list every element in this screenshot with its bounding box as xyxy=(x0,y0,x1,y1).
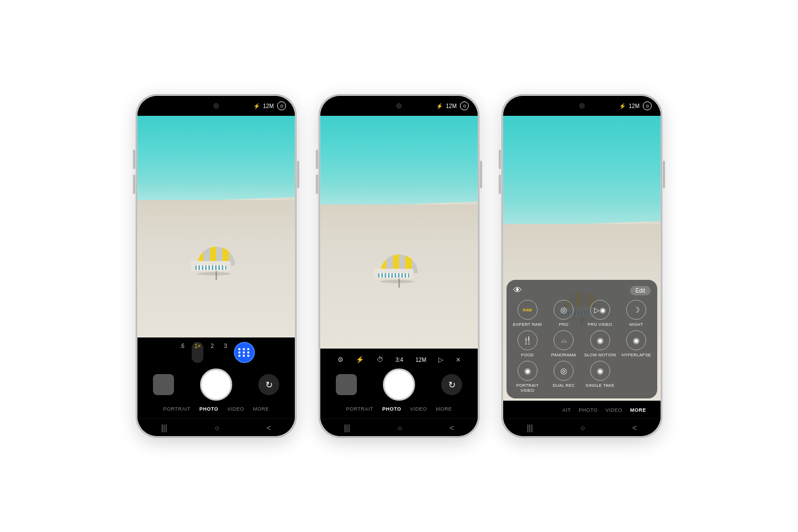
recents-button-3[interactable]: ||| xyxy=(527,423,533,432)
tab-portrait[interactable]: PORTRAIT xyxy=(163,406,190,412)
more-item-expert-raw[interactable]: RAW EXPERT RAW xyxy=(511,300,544,327)
viewfinder-3[interactable]: 👁 Edit RAW EXPERT RAW xyxy=(503,116,661,401)
flip-camera-button-2[interactable]: ↻ xyxy=(441,374,462,395)
more-item-pro[interactable]: ◎ PRO xyxy=(548,300,581,327)
shutter-button[interactable] xyxy=(200,369,232,401)
power-button[interactable] xyxy=(297,161,299,188)
phones-container: ⚡ 12M ⊙ xyxy=(136,94,662,438)
volume-up-button-3[interactable] xyxy=(499,150,501,169)
front-camera-2 xyxy=(396,103,402,109)
tab-video[interactable]: VIDEO xyxy=(227,406,244,412)
night-icon: ☽ xyxy=(626,300,646,320)
tab-portrait-2[interactable]: PORTRAIT xyxy=(346,406,373,412)
mode-tabs-3: AIT PHOTO VIDEO MORE xyxy=(510,405,654,415)
zoom-2[interactable]: 2 xyxy=(208,342,217,363)
shutter-button-2[interactable] xyxy=(383,369,415,401)
timer-icon[interactable]: ⊙ xyxy=(277,101,286,110)
more-grid: RAW EXPERT RAW ◎ PRO xyxy=(511,300,653,393)
single-take-icon: ◉ xyxy=(590,361,610,381)
gear-icon[interactable]: ⚙ xyxy=(337,356,344,364)
home-button[interactable]: ○ xyxy=(214,423,219,432)
more-item-hyperlapse[interactable]: ◉ HYPERLAPSE xyxy=(620,330,653,357)
back-button[interactable]: < xyxy=(267,423,271,432)
single-take-label: SINGLE TAKE xyxy=(586,383,615,388)
quality-icon[interactable]: ▷ xyxy=(438,356,443,364)
more-item-slow-motion[interactable]: ◉ SLOW MOTION xyxy=(584,330,617,357)
phone-topbar: ⚡ 12M ⊙ xyxy=(137,96,295,116)
more-item-food[interactable]: 🍴 FOOD xyxy=(511,330,544,357)
flash-setting-icon[interactable]: ⚡ xyxy=(356,356,364,364)
flip-icon-2: ↻ xyxy=(448,380,456,390)
tab-ait[interactable]: AIT xyxy=(562,407,571,413)
edit-button[interactable]: Edit xyxy=(630,286,651,295)
volume-up-button[interactable] xyxy=(133,150,135,169)
volume-up-button-2[interactable] xyxy=(316,150,318,169)
resolution-label-2[interactable]: 12M xyxy=(446,103,457,109)
front-camera xyxy=(213,103,219,109)
zoom-1x[interactable]: 1× xyxy=(192,342,203,363)
home-button-3[interactable]: ○ xyxy=(580,423,585,432)
flash-icon-2[interactable]: ⚡ xyxy=(436,103,443,109)
flash-icon[interactable]: ⚡ xyxy=(253,103,260,109)
nav-bar-2: ||| ○ < xyxy=(320,418,478,436)
mode-tabs-1: PORTRAIT PHOTO VIDEO MORE xyxy=(144,406,288,415)
slow-motion-label: SLOW MOTION xyxy=(584,352,616,357)
pro-video-icon: ▷◉ xyxy=(590,300,610,320)
flip-camera-button[interactable]: ↻ xyxy=(258,374,279,395)
gallery-thumbnail[interactable] xyxy=(153,374,174,395)
resolution-label-3[interactable]: 12M xyxy=(629,103,640,109)
tab-video-2[interactable]: VIDEO xyxy=(410,406,427,412)
recents-button[interactable]: ||| xyxy=(161,423,167,432)
settings-bar: ⚙ ⚡ ⏱ 3:4 12M ▷ × xyxy=(327,353,471,366)
ratio-label[interactable]: 3:4 xyxy=(396,357,403,363)
zoom-3[interactable]: 3 xyxy=(221,342,230,363)
volume-down-button[interactable] xyxy=(133,175,135,194)
viewfinder-1[interactable] xyxy=(137,116,295,337)
beach-scene-object-2 xyxy=(376,254,418,283)
expert-raw-label: EXPERT RAW xyxy=(513,322,542,327)
dots-grid xyxy=(238,348,250,357)
more-item-panorama[interactable]: ⌓ PANORAMA xyxy=(548,330,581,357)
portrait-video-icon: ◉ xyxy=(518,361,538,381)
tab-photo-2[interactable]: PHOTO xyxy=(382,406,401,412)
hyperlapse-icon: ◉ xyxy=(626,330,646,350)
shutter-row: ↻ xyxy=(144,369,288,401)
more-item-single-take[interactable]: ◉ SINGLE TAKE xyxy=(584,361,617,393)
resolution-label[interactable]: 12M xyxy=(263,103,274,109)
tab-more[interactable]: MORE xyxy=(253,406,269,412)
more-item-pro-video[interactable]: ▷◉ PRO VIDEO xyxy=(584,300,617,327)
dual-rec-icon: ◎ xyxy=(554,361,574,381)
timer-icon-2[interactable]: ⊙ xyxy=(460,101,469,110)
home-button-2[interactable]: ○ xyxy=(397,423,402,432)
close-settings-button[interactable]: × xyxy=(456,355,461,364)
nav-bar-1: ||| ○ < xyxy=(137,418,295,436)
timer-setting-icon[interactable]: ⏱ xyxy=(377,356,383,364)
volume-down-button-2[interactable] xyxy=(316,175,318,194)
res-label[interactable]: 12M xyxy=(416,357,426,363)
flash-icon-3[interactable]: ⚡ xyxy=(619,103,626,109)
phone-1: ⚡ 12M ⊙ xyxy=(136,94,296,438)
gallery-thumbnail-2[interactable] xyxy=(336,374,357,395)
tab-more-2[interactable]: MORE xyxy=(436,406,452,412)
tab-more-3[interactable]: MORE xyxy=(630,407,646,413)
volume-down-button-3[interactable] xyxy=(499,175,501,194)
power-button-3[interactable] xyxy=(663,161,665,188)
phone-topbar-2: ⚡ 12M ⊙ xyxy=(320,96,478,116)
recents-button-2[interactable]: ||| xyxy=(344,423,350,432)
zoom-06[interactable]: .6 xyxy=(177,342,187,363)
back-button-2[interactable]: < xyxy=(449,423,454,432)
timer-icon-3[interactable]: ⊙ xyxy=(643,101,652,110)
portrait-video-label: PORTRAIT VIDEO xyxy=(511,383,544,393)
eye-icon[interactable]: 👁 xyxy=(513,285,522,295)
tab-video-3[interactable]: VIDEO xyxy=(605,407,622,413)
more-item-portrait-video[interactable]: ◉ PORTRAIT VIDEO xyxy=(511,361,544,393)
tab-photo-3[interactable]: PHOTO xyxy=(579,407,597,413)
tab-photo[interactable]: PHOTO xyxy=(200,406,218,412)
more-item-dual-rec[interactable]: ◎ DUAL REC xyxy=(548,361,581,393)
power-button-2[interactable] xyxy=(480,161,482,188)
more-item-night[interactable]: ☽ NIGHT xyxy=(620,300,653,327)
food-icon: 🍴 xyxy=(518,330,538,350)
more-modes-button[interactable] xyxy=(234,342,255,363)
back-button-3[interactable]: < xyxy=(632,423,637,432)
viewfinder-2[interactable] xyxy=(320,116,478,349)
